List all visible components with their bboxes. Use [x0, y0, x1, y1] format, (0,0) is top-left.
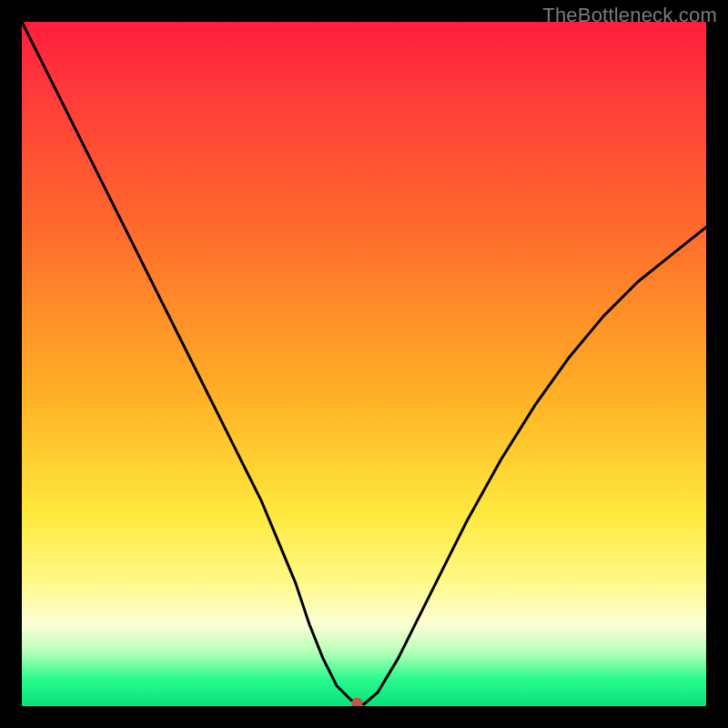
- plot-area: [22, 22, 706, 706]
- bottleneck-curve: [22, 22, 706, 704]
- optimal-marker: [351, 698, 362, 706]
- chart-frame: TheBottleneck.com: [0, 0, 728, 728]
- chart-svg: [22, 22, 706, 706]
- watermark-text: TheBottleneck.com: [542, 4, 717, 27]
